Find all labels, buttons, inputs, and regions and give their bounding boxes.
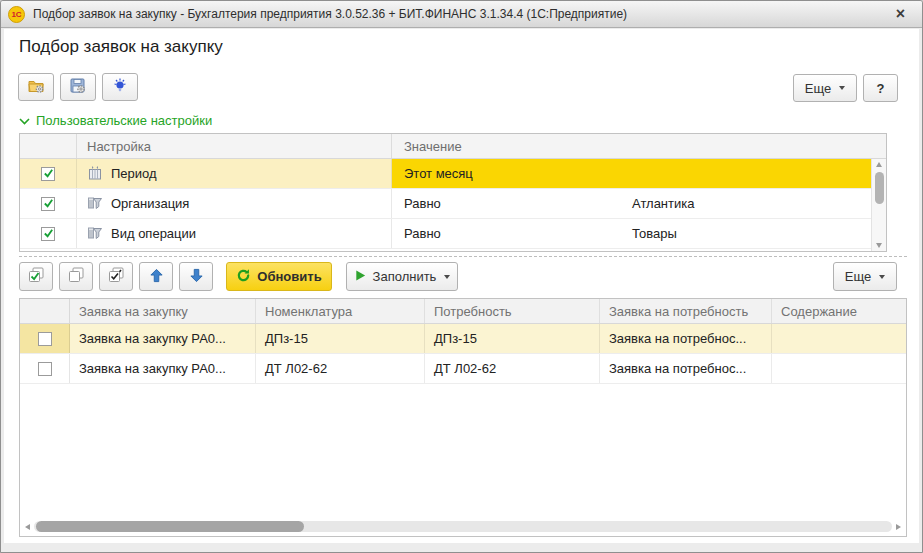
table-header-row: Заявка на закупку Номенклатура Потребнос… (20, 299, 906, 324)
chevron-down-icon (879, 275, 885, 279)
move-up-icon (149, 268, 164, 286)
help-label: ? (877, 81, 885, 96)
settings-header-setting: Настройка (77, 134, 392, 158)
invert-check-icon (108, 267, 125, 286)
toolbar-separator (19, 256, 907, 257)
cell-need-request[interactable]: Заявка на потребнос... (600, 324, 772, 353)
period-value-cell[interactable]: Этот месяц (392, 159, 871, 188)
operation-type-value: Товары (632, 226, 677, 241)
operation-type-checkbox[interactable] (41, 227, 55, 241)
header-nomenclature: Номенклатура (256, 299, 425, 323)
purchase-requests-table: Заявка на закупку Номенклатура Потребнос… (19, 298, 907, 537)
settings-header-value: Значение (392, 134, 886, 158)
header-purchase-request: Заявка на закупку (70, 299, 256, 323)
move-down-button[interactable] (179, 262, 213, 291)
check-all-icon (28, 267, 45, 286)
hint-button[interactable] (102, 73, 138, 101)
setting-name: Вид операции (111, 226, 196, 241)
window-title: Подбор заявок на закупку - Бухгалтерия п… (33, 7, 881, 21)
organization-value: Атлантика (632, 196, 694, 211)
header-need: Потребность (425, 299, 600, 323)
check-all-button[interactable] (19, 262, 53, 291)
cell-nomenclature[interactable]: ДТ Л02-62 (256, 354, 425, 383)
scroll-up-icon[interactable] (876, 162, 882, 167)
table-row[interactable]: Заявка на закупку РА0... ДТ Л02-62 ДТ Л0… (20, 354, 906, 384)
top-toolbar (18, 73, 138, 101)
uncheck-all-button[interactable] (59, 262, 93, 291)
folder-settings-icon (28, 78, 45, 97)
refresh-label: Обновить (257, 269, 321, 284)
period-value: Этот месяц (404, 166, 473, 181)
content-area: Подбор заявок на закупку (4, 29, 919, 543)
organization-comparison: Равно (404, 196, 632, 211)
load-settings-button[interactable] (18, 73, 54, 101)
cell-need-request[interactable]: Заявка на потребнос... (600, 354, 772, 383)
table-horizontal-scrollbar[interactable] (25, 520, 901, 533)
uncheck-all-icon (68, 267, 85, 286)
scroll-down-icon[interactable] (876, 243, 882, 248)
filter-icon (87, 225, 103, 243)
setting-name: Период (111, 166, 157, 181)
play-icon (354, 269, 367, 285)
chevron-down-icon (839, 86, 845, 90)
row-checkbox[interactable] (38, 362, 52, 376)
app-window: 1С Подбор заявок на закупку - Бухгалтери… (0, 0, 923, 553)
scrollbar-thumb[interactable] (875, 172, 884, 204)
title-bar[interactable]: 1С Подбор заявок на закупку - Бухгалтери… (1, 1, 922, 28)
scroll-left-icon[interactable] (25, 524, 30, 530)
header-checkbox-col (20, 299, 70, 323)
refresh-button[interactable]: Обновить (226, 262, 332, 291)
actions-toolbar: Обновить Заполнить (19, 262, 458, 291)
cell-purchase-request[interactable]: Заявка на закупку РА0... (70, 354, 256, 383)
scrollbar-thumb[interactable] (36, 521, 304, 532)
help-button[interactable]: ? (863, 74, 898, 102)
period-icon (87, 165, 103, 183)
cell-need[interactable]: ДТ Л02-62 (425, 354, 600, 383)
settings-header-checkbox-col (20, 134, 77, 158)
table-row[interactable]: Заявка на закупку РА0... ДПз-15 ДПз-15 З… (20, 324, 906, 354)
invert-check-button[interactable] (99, 262, 133, 291)
scroll-right-icon[interactable] (896, 524, 901, 530)
chevron-down-icon (19, 113, 30, 128)
move-up-button[interactable] (139, 262, 173, 291)
settings-row-operation-type[interactable]: Вид операции Равно Товары (20, 219, 871, 249)
cell-content[interactable] (772, 354, 906, 383)
setting-name: Организация (111, 196, 189, 211)
cell-need[interactable]: ДПз-15 (425, 324, 600, 353)
header-need-request: Заявка на потребность (600, 299, 772, 323)
user-settings-section-toggle[interactable]: Пользовательские настройки (19, 113, 212, 128)
cell-nomenclature[interactable]: ДПз-15 (256, 324, 425, 353)
page-title: Подбор заявок на закупку (19, 37, 223, 57)
settings-row-period[interactable]: Период Этот месяц (20, 159, 871, 189)
operation-type-value-cell[interactable]: Равно Товары (392, 219, 871, 248)
save-settings-button[interactable] (60, 73, 96, 101)
organization-value-cell[interactable]: Равно Атлантика (392, 189, 871, 218)
close-icon[interactable]: × (889, 5, 912, 23)
1c-logo-icon: 1С (8, 6, 25, 23)
top-more-label: Еще (805, 81, 831, 96)
operation-type-comparison: Равно (404, 226, 632, 241)
hint-icon (112, 78, 128, 97)
settings-vertical-scrollbar[interactable] (871, 159, 886, 251)
cell-purchase-request[interactable]: Заявка на закупку РА0... (70, 324, 256, 353)
settings-header-row: Настройка Значение (20, 134, 886, 159)
actions-more-label: Еще (845, 269, 871, 284)
refresh-icon (236, 268, 251, 286)
save-settings-icon (70, 78, 86, 97)
period-checkbox[interactable] (41, 167, 55, 181)
actions-more-button[interactable]: Еще (833, 262, 897, 291)
filter-icon (87, 195, 103, 213)
settings-row-organization[interactable]: Организация Равно Атлантика (20, 189, 871, 219)
user-settings-table: Настройка Значение (19, 133, 887, 252)
header-content: Содержание (772, 299, 906, 323)
cell-content[interactable] (772, 324, 906, 353)
organization-checkbox[interactable] (41, 197, 55, 211)
row-checkbox[interactable] (38, 332, 52, 346)
top-more-button[interactable]: Еще (793, 74, 857, 102)
settings-body: Период Этот месяц (20, 159, 871, 251)
scrollbar-track[interactable] (34, 521, 892, 532)
move-down-icon (189, 268, 204, 286)
chevron-down-icon (444, 275, 450, 279)
fill-button[interactable]: Заполнить (346, 262, 458, 291)
user-settings-section-title: Пользовательские настройки (36, 113, 212, 128)
